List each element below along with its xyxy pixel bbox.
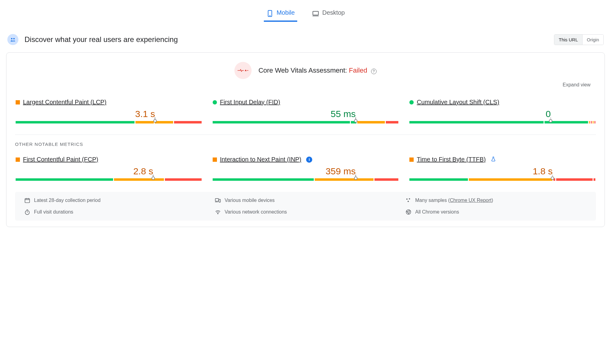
metric-lcp: Largest Contentful Paint (LCP) 3.1 s [15,97,202,125]
metric-value: 1.8 s [533,166,552,176]
distribution-bar [213,121,399,123]
distribution-bar [213,178,399,181]
percentile-marker-icon [151,176,155,180]
other-metrics: First Contentful Paint (FCP) 2.8 s Inter… [15,154,596,183]
metric-value: 2.8 s [133,166,153,176]
svg-rect-13 [219,199,220,202]
percentile-marker-icon [551,176,554,180]
status-indicator-icon [409,100,414,104]
svg-point-4 [11,38,13,40]
footer-samples: Many samples (Chrome UX Report) [405,197,587,203]
data-collection-footer: Latest 28-day collection period Various … [15,192,596,221]
svg-rect-12 [215,199,219,201]
metric-value: 0 [546,109,551,119]
help-icon[interactable]: ? [371,69,377,74]
metric-name[interactable]: Cumulative Layout Shift (CLS) [417,99,499,106]
svg-point-15 [406,199,408,200]
footer-devices: Various mobile devices [215,197,396,203]
footer-durations: Full visit durations [24,209,206,215]
tab-label: Desktop [322,9,345,16]
metric-value: 3.1 s [135,109,155,119]
metric-name[interactable]: Interaction to Next Paint (INP) [220,156,302,163]
assessment-status: Failed [349,66,367,74]
vitals-card: Core Web Vitals Assessment: Failed ? Exp… [6,52,605,227]
metric-name[interactable]: Time to First Byte (TTFB) [417,156,486,163]
device-tabs: Mobile Desktop [6,6,605,22]
status-indicator-icon [213,157,217,162]
mobile-icon [266,10,274,16]
svg-point-21 [218,213,218,214]
info-icon[interactable]: i [306,157,312,163]
percentile-marker-icon [153,119,157,123]
footer-text: Many samples (Chrome UX Report) [415,198,493,203]
metric-name[interactable]: First Input Delay (FID) [220,99,280,106]
other-metrics-label: OTHER NOTABLE METRICS [15,142,596,147]
svg-point-17 [408,201,409,202]
metric-value: 55 ms [331,109,356,119]
status-indicator-icon [213,100,217,104]
status-indicator-icon [409,157,414,162]
metric-name[interactable]: Largest Contentful Paint (LCP) [23,99,106,106]
page-header: Discover what your real users are experi… [6,34,605,45]
footer-text: Latest 28-day collection period [34,198,101,203]
distribution-bar [16,121,202,123]
svg-rect-2 [313,11,318,15]
toggle-this-url[interactable]: This URL [554,35,582,45]
divider [15,135,596,135]
chrome-icon [405,209,412,215]
network-icon [215,209,221,215]
scope-toggle: This URL Origin [554,34,604,45]
footer-text: Various mobile devices [225,198,275,203]
tab-desktop[interactable]: Desktop [309,6,347,22]
svg-point-16 [409,198,410,199]
distribution-bar [409,121,595,123]
distribution-bar [409,178,595,181]
assessment-text: Core Web Vitals Assessment: Failed ? [258,66,376,74]
status-indicator-icon [16,100,20,104]
status-indicator-icon [16,157,20,162]
footer-text: Full visit durations [34,209,73,215]
calendar-icon [24,197,30,203]
scatter-icon [405,197,412,203]
page-title: Discover what your real users are experi… [25,35,178,44]
users-icon [7,34,18,45]
stopwatch-icon [24,209,30,215]
percentile-marker-icon [549,119,552,123]
footer-text: Various network connections [225,209,287,215]
metric-fid: First Input Delay (FID) 55 ms [212,97,399,125]
svg-point-5 [13,38,15,40]
distribution-bar [16,178,202,181]
metric-name[interactable]: First Contentful Paint (FCP) [23,156,98,163]
crux-report-link[interactable]: Chrome UX Report [450,198,491,203]
metric-value: 359 ms [325,166,355,176]
desktop-icon [312,10,319,16]
tab-mobile[interactable]: Mobile [264,6,297,22]
assessment-row: Core Web Vitals Assessment: Failed ? [15,62,596,79]
svg-marker-6 [245,70,247,71]
metric-cls: Cumulative Layout Shift (CLS) 0 [409,97,596,125]
metric-inp: Interaction to Next Paint (INP) i 359 ms [212,154,399,183]
devices-icon [215,197,221,203]
expand-view-button[interactable]: Expand view [15,82,590,88]
footer-text: All Chrome versions [415,209,459,215]
footer-period: Latest 28-day collection period [24,197,206,203]
assessment-label: Core Web Vitals Assessment: [258,66,349,74]
svg-rect-7 [247,70,248,71]
svg-rect-8 [25,199,30,203]
assessment-status-icon [234,62,252,79]
tab-label: Mobile [277,9,295,16]
footer-network: Various network connections [215,209,396,215]
core-metrics: Largest Contentful Paint (LCP) 3.1 s Fir… [15,97,596,125]
footer-chrome: All Chrome versions [405,209,587,215]
experimental-icon[interactable] [491,156,496,163]
toggle-origin[interactable]: Origin [582,35,603,45]
metric-ttfb: Time to First Byte (TTFB) 1.8 s [409,154,596,183]
percentile-marker-icon [354,176,357,180]
metric-fcp: First Contentful Paint (FCP) 2.8 s [15,154,202,183]
percentile-marker-icon [354,119,357,123]
